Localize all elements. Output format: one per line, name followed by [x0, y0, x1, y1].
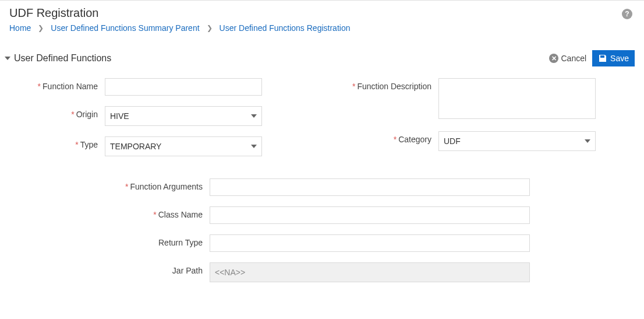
- svg-rect-0: [603, 55, 604, 57]
- function-name-label: *Function Name: [23, 78, 105, 91]
- breadcrumb: Home ❯ User Defined Functions Summary Pa…: [9, 23, 635, 33]
- help-icon[interactable]: ?: [622, 9, 632, 19]
- chevron-right-icon: ❯: [38, 24, 44, 32]
- close-icon: ✕: [549, 54, 558, 63]
- class-name-label: *Class Name: [23, 206, 210, 219]
- breadcrumb-summary[interactable]: User Defined Functions Summary Parent: [51, 23, 199, 33]
- section-title: User Defined Functions: [14, 53, 111, 64]
- save-label: Save: [610, 54, 629, 63]
- function-arguments-input[interactable]: [210, 178, 530, 196]
- cancel-label: Cancel: [561, 54, 586, 63]
- category-label: *Category: [339, 131, 438, 144]
- origin-value: HIVE: [110, 111, 129, 121]
- chevron-down-icon: [251, 114, 257, 118]
- category-value: UDF: [444, 136, 461, 146]
- return-type-label: Return Type: [23, 234, 210, 247]
- breadcrumb-registration[interactable]: User Defined Functions Registration: [220, 23, 351, 33]
- jar-path-label: Jar Path: [23, 262, 210, 275]
- function-name-input[interactable]: [105, 78, 262, 96]
- chevron-down-icon: [585, 139, 590, 143]
- type-label: *Type: [23, 136, 105, 149]
- chevron-down-icon: [251, 145, 257, 148]
- chevron-down-icon[interactable]: [5, 57, 10, 60]
- function-description-label: *Function Description: [339, 78, 438, 91]
- class-name-input[interactable]: [210, 206, 530, 224]
- type-select[interactable]: TEMPORARY: [105, 136, 262, 156]
- return-type-input[interactable]: [210, 234, 530, 252]
- function-description-input[interactable]: [438, 78, 596, 119]
- breadcrumb-home[interactable]: Home: [9, 23, 31, 33]
- type-value: TEMPORARY: [110, 142, 161, 151]
- origin-select[interactable]: HIVE: [105, 106, 262, 126]
- save-button[interactable]: Save: [592, 50, 635, 66]
- cancel-button[interactable]: ✕ Cancel: [548, 51, 588, 65]
- chevron-right-icon: ❯: [207, 24, 213, 32]
- function-arguments-label: *Function Arguments: [23, 178, 210, 191]
- origin-label: *Origin: [23, 106, 105, 119]
- category-select[interactable]: UDF: [438, 131, 596, 151]
- jar-path-value: <<NA>>: [210, 262, 530, 282]
- page-title: UDF Registration: [9, 6, 635, 20]
- save-icon: [598, 54, 607, 63]
